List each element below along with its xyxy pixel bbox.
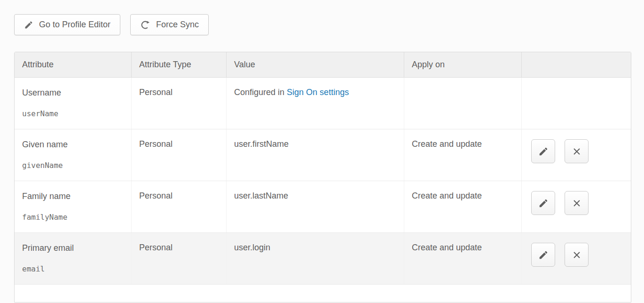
edit-attribute-button[interactable] <box>531 191 555 215</box>
table-row: Username userName Personal Configured in… <box>15 78 631 129</box>
attribute-type-cell: Personal <box>132 129 227 181</box>
refresh-icon <box>140 20 150 30</box>
column-header-value: Value <box>227 52 404 77</box>
column-header-apply-on: Apply on <box>404 52 522 77</box>
table-row: Given name givenName Personal user.first… <box>15 129 631 181</box>
pencil-icon <box>24 20 33 30</box>
go-to-profile-editor-button[interactable]: Go to Profile Editor <box>14 14 120 35</box>
apply-on-cell <box>404 78 522 129</box>
close-icon <box>572 250 582 260</box>
attribute-label: Username <box>22 88 131 98</box>
column-header-actions <box>522 52 631 77</box>
attribute-cell: Primary email email <box>15 233 132 284</box>
close-icon <box>572 198 582 208</box>
column-header-attribute: Attribute <box>15 52 132 77</box>
go-to-profile-editor-label: Go to Profile Editor <box>39 20 110 30</box>
edit-attribute-button[interactable] <box>531 139 555 163</box>
table-header-row: Attribute Attribute Type Value Apply on <box>15 52 631 78</box>
close-icon <box>572 146 582 157</box>
attribute-cell: Given name givenName <box>15 129 132 181</box>
table-row: Primary email email Personal user.login … <box>15 233 631 285</box>
attribute-cell: Family name familyName <box>15 181 132 232</box>
value-cell: user.login <box>227 233 404 284</box>
pencil-icon <box>538 198 549 208</box>
attribute-variable-name: email <box>22 264 131 274</box>
apply-on-cell: Create and update <box>404 129 522 181</box>
actions-cell <box>522 78 631 129</box>
delete-attribute-button[interactable] <box>565 139 589 163</box>
pencil-icon <box>538 250 549 260</box>
edit-attribute-button[interactable] <box>531 243 555 267</box>
force-sync-label: Force Sync <box>156 20 199 30</box>
attribute-variable-name: givenName <box>22 161 131 170</box>
delete-attribute-button[interactable] <box>565 243 589 267</box>
toolbar: Go to Profile Editor Force Sync <box>14 14 644 35</box>
apply-on-cell: Create and update <box>404 181 522 232</box>
column-header-attribute-type: Attribute Type <box>132 52 227 77</box>
attribute-mapping-table: Attribute Attribute Type Value Apply on … <box>14 52 631 303</box>
pencil-icon <box>538 146 549 157</box>
value-cell: user.firstName <box>227 129 404 181</box>
apply-on-cell: Create and update <box>404 233 522 284</box>
actions-cell <box>522 129 631 181</box>
attribute-label: Family name <box>22 191 131 201</box>
attribute-type-cell: Personal <box>132 78 227 129</box>
delete-attribute-button[interactable] <box>565 191 589 215</box>
table-row: Family name familyName Personal user.las… <box>15 181 631 233</box>
attribute-type-cell: Personal <box>132 233 227 284</box>
actions-cell <box>522 233 631 284</box>
attribute-variable-name: familyName <box>22 213 131 222</box>
value-cell: user.lastName <box>227 181 404 232</box>
actions-cell <box>522 181 631 232</box>
value-cell: Configured in Sign On settings <box>227 78 404 129</box>
attribute-variable-name: userName <box>22 109 131 119</box>
attribute-type-cell: Personal <box>132 181 227 232</box>
value-text: Configured in <box>234 88 287 97</box>
attribute-cell: Username userName <box>15 78 132 129</box>
table-row-partial <box>15 285 631 302</box>
attribute-label: Given name <box>22 139 131 150</box>
force-sync-button[interactable]: Force Sync <box>130 14 209 35</box>
attribute-label: Primary email <box>22 243 131 253</box>
sign-on-settings-link[interactable]: Sign On settings <box>287 88 349 97</box>
